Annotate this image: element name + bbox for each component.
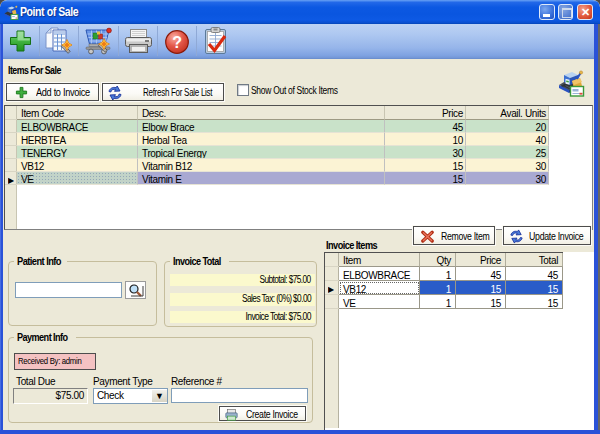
svg-text:?: ? <box>172 34 181 51</box>
